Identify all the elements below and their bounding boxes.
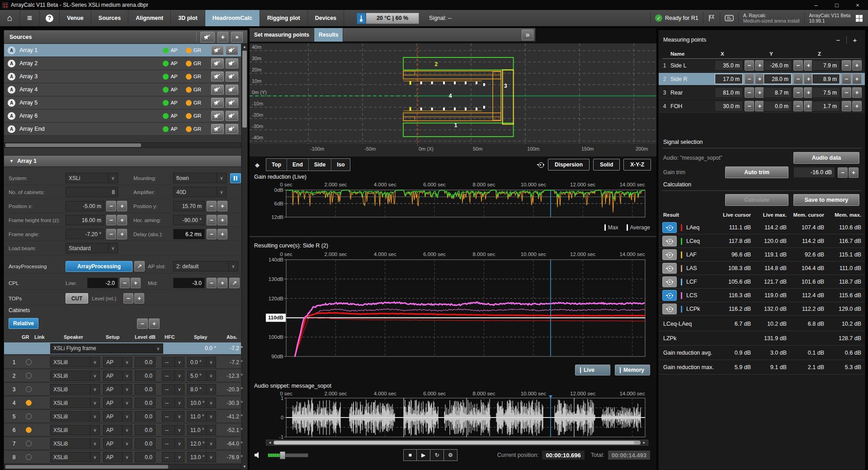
point-y-value[interactable]: -26.0 m (764, 60, 792, 71)
point-z-minus[interactable]: − (842, 101, 851, 111)
mute-all-button[interactable] (200, 32, 215, 43)
display-button-xyz[interactable]: X-Y-Z (623, 159, 651, 171)
cabinet-row-5[interactable]: 5XSLi8∨AP∨0.0--∨11.0 °∨-41.2 ° (4, 410, 241, 423)
display-button-solid[interactable]: Solid (593, 159, 620, 171)
speaker-dropdown[interactable]: XSLi8∨ (50, 438, 100, 449)
cabinet-row-8[interactable]: 8XSLi8∨AP∨0.0--∨13.0 °∨-76.9 ° (4, 451, 241, 464)
cabinet-row-2[interactable]: 2XSLi8∨AP∨0.0--∨5.0 °∨-12.3 ° (4, 370, 241, 382)
menu-icon[interactable]: ≡ (20, 10, 40, 26)
field-value[interactable]: -5.00 m (66, 201, 104, 211)
sources-hscrollbar[interactable] (4, 142, 241, 148)
chevron-down-icon[interactable]: ∨ (228, 261, 238, 271)
value-field[interactable]: 8 (66, 187, 118, 197)
hfc-dropdown[interactable]: --∨ (162, 357, 184, 367)
mute-array-button[interactable] (211, 58, 224, 68)
point-z-plus[interactable]: + (852, 74, 862, 84)
speaker-dropdown[interactable]: XSLi8∨ (50, 357, 100, 367)
chevron-down-icon[interactable]: ∨ (108, 243, 118, 253)
chevron-down-icon[interactable]: ∨ (175, 452, 184, 462)
source-row-array-3[interactable]: AArray 3APGR (4, 70, 241, 83)
remove-point-button[interactable]: − (833, 35, 844, 45)
field-value[interactable]: -7.20 ° (66, 229, 104, 239)
minimize-button[interactable]: – (806, 0, 826, 10)
point-x-plus[interactable]: + (755, 74, 764, 84)
point-z-minus[interactable]: − (842, 87, 851, 98)
gain-trim-minus[interactable]: − (838, 167, 848, 178)
chevron-down-icon[interactable]: ∨ (206, 385, 216, 394)
field-value[interactable]: 6.2 ms (173, 229, 205, 239)
field-plus[interactable]: + (217, 229, 227, 239)
scroll-right-icon[interactable]: ► (641, 441, 648, 445)
chevron-down-icon[interactable]: ∨ (206, 412, 216, 421)
chevron-down-icon[interactable]: ∨ (175, 412, 184, 421)
mute-array-button[interactable] (211, 71, 224, 81)
loop-button[interactable]: ↻ (430, 449, 444, 461)
setup-dropdown[interactable]: AP∨ (103, 452, 132, 462)
hfc-dropdown[interactable]: --∨ (162, 438, 184, 449)
chevron-down-icon[interactable]: ∨ (206, 425, 216, 435)
field-minus[interactable]: − (106, 201, 116, 211)
chevron-down-icon[interactable]: ∨ (108, 173, 118, 183)
viewer-tab-set-measuring-points[interactable]: Set measuring points (250, 28, 314, 42)
speaker-dropdown[interactable]: XSLi8∨ (50, 411, 100, 422)
splay-dropdown[interactable]: 0.0 °∨ (187, 357, 216, 367)
point-x-minus[interactable]: − (745, 87, 754, 98)
point-x-value[interactable]: 30.0 m (715, 101, 743, 111)
measuring-point-row-foh[interactable]: 4FOH30.0 m−+0.0 m−+1.7 m−+ (659, 100, 865, 113)
speaker-dropdown[interactable]: XSLi8∨ (50, 398, 100, 408)
notes-icon[interactable] (725, 14, 734, 22)
gain-trim-plus[interactable]: + (849, 167, 859, 178)
field-minus[interactable]: − (207, 201, 217, 211)
auto-trim-button[interactable]: Auto trim (725, 166, 788, 178)
point-z-value[interactable]: 7.5 m (812, 87, 840, 98)
scroll-left-icon[interactable]: ◄ (266, 441, 274, 445)
field-plus[interactable]: + (117, 229, 127, 239)
toolbar-tab-sources[interactable]: Sources (91, 10, 128, 26)
mirror-array-button[interactable] (230, 173, 241, 183)
level-value[interactable]: 0.0 (135, 398, 156, 408)
toolbar-tab-headroomcalc[interactable]: HeadroomCalc (205, 10, 260, 26)
cabinet-row-4[interactable]: 4XSLi8∨AP∨0.0--∨10.0 °∨-30.3 ° (4, 397, 241, 409)
sources-scrollbar[interactable]: ▲▼ (241, 44, 248, 470)
chevron-down-icon[interactable]: ∨ (122, 412, 132, 421)
chevron-down-icon[interactable]: ∨ (175, 398, 184, 408)
open-cpl-window-icon[interactable]: ↗ (229, 278, 240, 288)
point-y-value[interactable]: 0.0 m (764, 101, 792, 111)
tops-level-minus[interactable]: − (123, 293, 133, 304)
viewer-tab-results[interactable]: Results (314, 28, 343, 42)
point-y-minus[interactable]: − (793, 87, 803, 98)
point-x-minus[interactable]: − (745, 74, 754, 84)
speaker-dropdown[interactable]: XSLi8∨ (50, 425, 100, 435)
maximize-button[interactable]: □ (826, 0, 847, 10)
point-x-plus[interactable]: + (755, 60, 764, 71)
setup-dropdown[interactable]: AP∨ (103, 384, 132, 394)
volume-slider[interactable] (268, 453, 308, 457)
stop-button[interactable]: ■ (403, 449, 417, 461)
calculate-button[interactable]: Calculate (725, 194, 788, 206)
visibility-eye-button[interactable] (662, 249, 677, 260)
view-button-iso[interactable]: Iso (331, 159, 350, 171)
chevron-down-icon[interactable]: ∨ (122, 371, 132, 380)
close-button[interactable]: × (847, 0, 868, 10)
cabinet-row-6[interactable]: 6XSLi8∨AP∨0.0--∨11.0 °∨-52.1 ° (4, 424, 241, 437)
point-x-minus[interactable]: − (745, 101, 754, 111)
chevron-down-icon[interactable]: ∨ (206, 398, 216, 408)
chevron-down-icon[interactable]: ∨ (90, 439, 99, 448)
field-dropdown[interactable]: XSLi∨ (66, 173, 118, 183)
level-value[interactable]: 0.0 (135, 384, 156, 394)
relative-toggle-button[interactable]: Relative (9, 318, 38, 329)
ap-slot-dropdown[interactable]: 2: default∨ (173, 261, 238, 271)
add-source-button[interactable]: + (217, 32, 228, 43)
arrayprocessing-button[interactable]: ArrayProcessing (66, 261, 132, 272)
chevron-down-icon[interactable]: ∨ (153, 344, 163, 353)
frame-dropdown[interactable]: XSLi Flying frame∨ (50, 343, 163, 354)
chevron-down-icon[interactable]: ∨ (122, 385, 132, 394)
field-plus[interactable]: + (217, 215, 227, 225)
point-z-value[interactable]: 8.9 m (812, 74, 840, 84)
visibility-eye-button[interactable] (662, 276, 677, 287)
frame-row[interactable]: XSLi Flying frame∨0.0 °-7.2 ° (4, 342, 241, 355)
hfc-dropdown[interactable]: --∨ (162, 398, 184, 408)
level-value[interactable]: 0.0 (135, 452, 156, 462)
field-dropdown[interactable]: flown∨ (173, 173, 226, 183)
source-row-array-2[interactable]: AArray 2APGR (4, 57, 241, 70)
